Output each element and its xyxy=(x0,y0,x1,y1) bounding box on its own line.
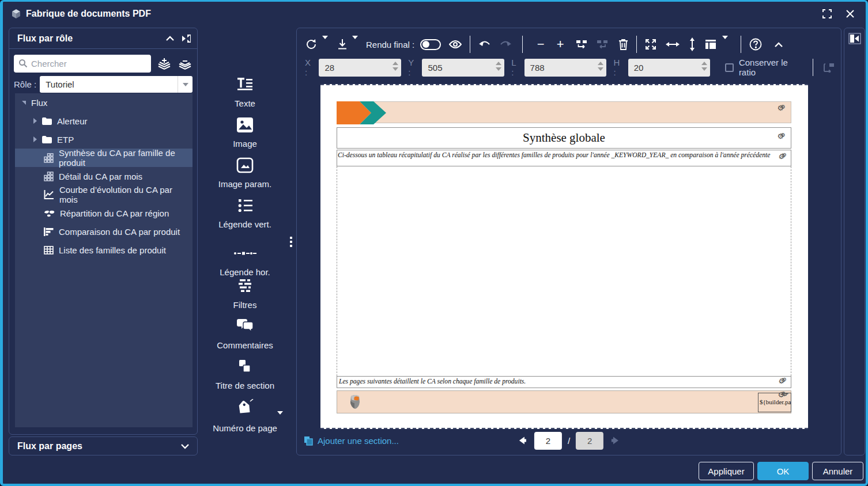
tree-node-etp[interactable]: ETP xyxy=(15,130,193,149)
footer-band-element[interactable]: ⚙⚙ ${builder.pa ⚙⚙ xyxy=(337,390,791,413)
panel-title: Flux par rôle xyxy=(17,33,159,44)
element-settings-gears-icon[interactable]: ⚙⚙ xyxy=(778,377,790,385)
zoom-in-icon[interactable]: + xyxy=(553,39,568,50)
table-icon xyxy=(44,246,54,255)
apply-button[interactable]: Appliquer xyxy=(699,462,754,480)
element-settings-gears-icon[interactable]: ⚙⚙ xyxy=(778,153,790,161)
pdf-page[interactable]: ⚙⚙ Synthèse globale ⚙⚙ Ci-dessous un tab… xyxy=(320,84,808,429)
collapse-all-icon[interactable] xyxy=(178,57,193,71)
page-number-variable-element[interactable]: ${builder.pa ⚙⚙ xyxy=(758,393,791,412)
width-input[interactable] xyxy=(524,59,607,77)
help-icon[interactable] xyxy=(749,38,762,51)
intro-text-element[interactable]: Ci-dessous un tableau récapitulatif du C… xyxy=(337,150,791,166)
dock-right-expand-icon[interactable] xyxy=(848,33,861,47)
tree-node-comparaison-ca[interactable]: Comparaison du CA par produit xyxy=(15,222,193,241)
element-settings-gears-icon[interactable]: ⚙⚙ xyxy=(777,103,789,112)
add-section-link[interactable]: Ajouter une section... xyxy=(303,436,399,446)
keep-ratio-checkbox[interactable]: Conserver le ratio xyxy=(725,58,803,77)
zoom-out-icon[interactable]: − xyxy=(533,39,548,50)
close-icon[interactable] xyxy=(843,6,858,21)
coordinates-bar: X : Y : L : H : Conserver le r xyxy=(305,57,835,78)
palette-label: Numéro de page xyxy=(213,423,277,433)
cancel-button[interactable]: Annuler xyxy=(812,462,863,480)
palette-item-filtres[interactable]: Filtres xyxy=(201,278,289,318)
palette-label: Légende hor. xyxy=(220,267,270,277)
element-settings-gears-icon[interactable]: ⚙⚙ xyxy=(781,393,791,397)
tree-expanded-icon[interactable] xyxy=(22,101,26,105)
filters-icon xyxy=(236,278,254,297)
content-placeholder-zone[interactable] xyxy=(337,166,791,376)
tree-node-label: Comparaison du CA par produit xyxy=(59,227,180,237)
width-spinner[interactable] xyxy=(598,62,603,71)
palette-label: Filtres xyxy=(233,300,257,310)
palette-item-image[interactable]: Image xyxy=(201,117,289,157)
previous-page-icon[interactable] xyxy=(518,436,527,445)
tree-node-synthese-ca[interactable]: Synthèse du CA par famille de produit xyxy=(15,149,193,167)
chevron-down-icon xyxy=(181,441,189,451)
undo-icon[interactable] xyxy=(478,40,491,49)
ok-button[interactable]: OK xyxy=(757,462,809,480)
checkbox-box[interactable] xyxy=(725,63,733,72)
search-input[interactable] xyxy=(14,55,151,73)
collapse-toolbar-chevron-icon[interactable] xyxy=(775,42,783,47)
tree-node-liste-familles[interactable]: Liste des familles de produit xyxy=(15,241,193,259)
outro-text-element[interactable]: Les pages suivantes détaillent le CA sel… xyxy=(337,376,791,388)
window-title: Fabrique de documents PDF xyxy=(26,9,151,19)
refresh-dropdown-caret-icon[interactable] xyxy=(322,39,328,50)
x-label: X : xyxy=(305,58,315,77)
fit-expand-icon[interactable] xyxy=(645,39,656,50)
palette-label: Image param. xyxy=(218,179,272,189)
keep-ratio-label: Conserver le ratio xyxy=(739,58,803,77)
tree-node-label: Courbe d’évolution du CA par mois xyxy=(59,185,193,204)
palette-item-legende-hor[interactable]: Légende hor. xyxy=(201,238,289,278)
x-input[interactable] xyxy=(319,59,401,77)
app-logo-icon xyxy=(11,9,21,19)
bring-forward-icon[interactable] xyxy=(576,39,588,50)
refresh-icon[interactable] xyxy=(305,38,318,51)
left-splitter-handle[interactable] xyxy=(290,237,293,247)
fit-height-icon[interactable] xyxy=(689,37,696,51)
canvas-bottom-bar: Ajouter une section... / 2 xyxy=(303,431,835,450)
palette-item-commentaires[interactable]: Commentaires xyxy=(201,318,289,359)
dock-left-icon[interactable] xyxy=(181,34,191,43)
tree-node-detail-ca[interactable]: Détail du CA par mois xyxy=(15,167,193,185)
page-number-dropdown-caret-icon[interactable] xyxy=(277,415,283,425)
fit-width-icon[interactable] xyxy=(666,41,680,48)
element-settings-gears-icon[interactable]: ⚙⚙ xyxy=(777,129,789,141)
page-layout-caret-icon[interactable] xyxy=(722,39,728,50)
height-input[interactable] xyxy=(628,59,711,77)
preview-eye-icon[interactable] xyxy=(449,40,462,49)
tree-node-repartition-ca[interactable]: Répartition du CA par région xyxy=(15,204,193,222)
x-spinner[interactable] xyxy=(393,62,398,71)
maximize-icon[interactable] xyxy=(820,6,835,21)
page-number-tag-icon xyxy=(235,399,255,420)
height-spinner[interactable] xyxy=(701,62,707,71)
page-layout-icon[interactable] xyxy=(705,39,716,50)
delete-trash-icon[interactable] xyxy=(618,39,628,50)
current-page-input[interactable] xyxy=(534,432,562,450)
document-title-element[interactable]: Synthèse globale ⚙⚙ xyxy=(337,127,791,149)
header-band-element[interactable]: ⚙⚙ xyxy=(337,101,791,123)
y-input[interactable] xyxy=(422,59,504,77)
role-select[interactable]: Tutoriel xyxy=(40,76,193,93)
width-label: L : xyxy=(511,58,520,77)
rendu-final-toggle[interactable] xyxy=(420,39,441,50)
download-icon[interactable] xyxy=(337,39,348,50)
y-spinner[interactable] xyxy=(496,62,501,71)
palette-item-texte[interactable]: Texte xyxy=(201,77,289,117)
collapse-panel-chevron-icon[interactable] xyxy=(166,36,174,41)
palette-item-image-param[interactable]: Image param. xyxy=(201,157,289,198)
download-dropdown-caret-icon[interactable] xyxy=(352,39,358,50)
tree-node-courbe-ca[interactable]: Courbe d’évolution du CA par mois xyxy=(15,185,193,204)
expand-all-icon[interactable] xyxy=(157,57,172,71)
flux-par-pages-panel[interactable]: Flux par pages xyxy=(9,436,198,455)
rendu-final-label: Rendu final : xyxy=(366,40,414,50)
tree-node-flux[interactable]: Flux xyxy=(15,93,193,112)
tree-collapsed-icon[interactable] xyxy=(33,118,37,124)
tree-node-label: Synthèse du CA par famille de produit xyxy=(59,148,193,168)
palette-item-legende-vert[interactable]: Légende vert. xyxy=(201,198,289,238)
palette-item-numero-page[interactable]: Numéro de page xyxy=(201,399,289,439)
tree-node-alerteur[interactable]: Alerteur xyxy=(15,112,193,130)
palette-item-titre-section[interactable]: Titre de section xyxy=(201,359,289,399)
tree-collapsed-icon[interactable] xyxy=(33,136,37,142)
